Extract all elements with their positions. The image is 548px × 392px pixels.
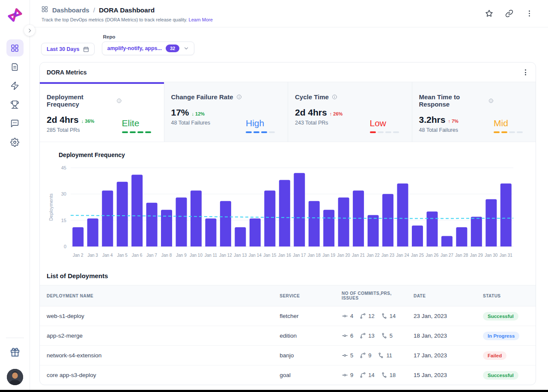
metric-subtext: 48 Total Failures (171, 120, 242, 126)
commit-count: 6 (350, 333, 353, 339)
svg-text:Jan 28: Jan 28 (455, 253, 468, 258)
chevron-right-icon (27, 28, 33, 33)
divider (6, 338, 24, 338)
chart-title: Deployment Frequency (59, 151, 530, 158)
column-header: Deployment Name (40, 285, 273, 306)
commits-prs-issues: 9 14 18 (342, 372, 400, 378)
repo-select[interactable]: amplify-notify, apps... 32 (102, 42, 194, 55)
sidebar (0, 0, 30, 392)
commits-prs-issues: 6 13 5 (342, 333, 400, 339)
metric-rating-meter (246, 131, 275, 133)
metric-value: 2d 4hrs (47, 115, 79, 125)
kebab-menu-icon[interactable] (525, 9, 533, 18)
repo-selected-value: amplify-notify, apps... (107, 45, 162, 51)
avatar[interactable] (7, 369, 23, 385)
sidebar-item-achievements[interactable] (6, 96, 24, 113)
metric-subtext: 243 Total PRs (295, 120, 342, 126)
metric-rating: Elite (122, 119, 140, 128)
svg-text:Jan 15: Jan 15 (263, 253, 276, 258)
svg-text:Jan 17: Jan 17 (293, 253, 306, 258)
info-icon[interactable] (116, 98, 122, 104)
pull-request-icon (360, 352, 366, 359)
service-name: banjo (273, 346, 335, 365)
dashboards-grid-icon (41, 6, 48, 15)
table-row[interactable]: web-s1-deploy fletcher 4 12 14 23 Jan, 2… (40, 306, 536, 326)
lightning-icon (10, 81, 19, 90)
repo-filter-group: Repo amplify-notify, apps... 32 (102, 34, 194, 55)
star-icon[interactable] (485, 9, 493, 18)
metric-card-change-failure-rate[interactable]: Change Failure Rate 17% ↓ 12% 48 Total F… (164, 82, 288, 142)
rewards-button[interactable] (10, 347, 20, 359)
metric-card-deployment-frequency[interactable]: Deployment Frequency 2d 4hrs ↓ 36% 285 T… (40, 82, 164, 142)
metric-value: 2d 4hrs (295, 107, 327, 118)
commit-icon (342, 313, 348, 319)
metric-delta: ↓ 12% (192, 111, 205, 116)
commits-prs-issues: 4 12 14 (342, 313, 400, 319)
page-header: Dashboards / DORA Dashboard Track the to… (30, 0, 548, 27)
avatar-photo (7, 369, 23, 385)
deployments-table-title: List of Deployments (47, 272, 529, 279)
column-header: Date (407, 285, 476, 306)
chat-icon (10, 119, 19, 128)
svg-text:Jan 14: Jan 14 (249, 253, 262, 258)
metric-value: 3.2hrs (419, 115, 446, 125)
svg-text:Jan 10: Jan 10 (190, 253, 203, 258)
breadcrumb-separator: / (93, 6, 95, 14)
metric-card-cycle-time[interactable]: Cycle Time 2d 4hrs ↑ 26% 243 Total PRs L… (288, 82, 412, 142)
svg-text:Jan 9: Jan 9 (176, 253, 187, 258)
deployment-date: 23 Jan, 2023 (407, 306, 476, 326)
gear-icon (10, 138, 19, 147)
status-badge: Successful (483, 312, 518, 321)
metric-rating: Low (370, 119, 387, 128)
link-icon[interactable] (505, 9, 513, 18)
deployment-name: app-s2-merge (40, 326, 273, 346)
commit-count: 4 (350, 313, 353, 319)
sidebar-item-activity[interactable] (6, 77, 24, 94)
svg-text:Jan 7: Jan 7 (146, 253, 157, 258)
svg-text:Jan 2: Jan 2 (73, 253, 83, 258)
filter-bar: Last 30 Days Repo amplify-notify, apps..… (30, 27, 548, 55)
status-badge: Successful (483, 371, 518, 380)
main-content: Dashboards / DORA Dashboard Track the to… (30, 0, 548, 392)
pr-count: 13 (368, 333, 374, 339)
deployment-name: network-s4-extension (40, 346, 273, 365)
sidebar-collapse-button[interactable] (24, 25, 35, 36)
svg-text:Jan 25: Jan 25 (411, 253, 424, 258)
sidebar-item-documents[interactable] (6, 58, 24, 75)
svg-text:30: 30 (61, 191, 66, 196)
issue-icon (378, 352, 384, 359)
table-row[interactable]: app-s2-merge edition 6 13 5 18 Jan, 2023… (40, 326, 536, 346)
svg-text:Jan 24: Jan 24 (396, 253, 409, 258)
issue-icon (381, 333, 387, 339)
pull-request-icon (360, 333, 366, 339)
sidebar-item-dashboards[interactable] (6, 39, 24, 56)
info-icon[interactable] (332, 94, 337, 100)
app-logo (6, 5, 24, 25)
sidebar-item-settings[interactable] (6, 134, 24, 151)
sidebar-nav (6, 39, 24, 151)
metric-title: Deployment Frequency (47, 93, 113, 108)
table-row[interactable]: network-s4-extension banjo 5 9 11 17 Jan… (40, 346, 536, 365)
pull-request-icon (360, 372, 366, 378)
info-icon[interactable] (488, 98, 494, 104)
issue-count: 5 (390, 333, 393, 339)
metric-card-mean-time-to-response[interactable]: Mean Time to Response 3.2hrs ↑ 7% 48 Tot… (412, 82, 536, 142)
metric-delta: ↑ 26% (330, 111, 343, 116)
svg-text:Jan 30: Jan 30 (485, 253, 497, 258)
breadcrumb-section[interactable]: Dashboards (52, 6, 89, 14)
deployments-table: Deployment NameServiceNo of Commits,PRs,… (40, 285, 536, 385)
learn-more-link[interactable]: Learn More (189, 17, 213, 22)
info-icon[interactable] (236, 94, 242, 100)
sidebar-item-feedback[interactable] (6, 115, 24, 132)
date-range-button[interactable]: Last 30 Days (41, 43, 95, 55)
panel-menu-icon[interactable] (523, 68, 528, 76)
svg-text:Jan 11: Jan 11 (205, 253, 217, 258)
chart-y-axis-label: Deployments (48, 193, 54, 221)
svg-text:Jan 20: Jan 20 (337, 253, 350, 258)
metric-title: Change Failure Rate (171, 93, 233, 101)
svg-text:Jan 5: Jan 5 (117, 253, 128, 258)
metric-subtext: 285 Total PRs (47, 127, 122, 133)
metric-title: Cycle Time (295, 93, 329, 101)
table-row[interactable]: core app-s3-deploy goal 9 14 18 15 Jan, … (40, 365, 536, 385)
deployment-name: web-s1-deploy (40, 306, 273, 326)
